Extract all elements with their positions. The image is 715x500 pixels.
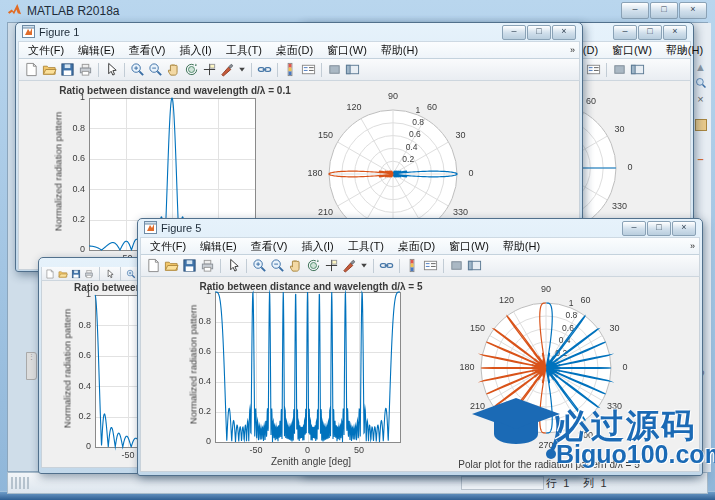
close-icon[interactable]: × (693, 93, 708, 108)
brush-icon[interactable] (219, 61, 236, 78)
save-icon[interactable] (59, 61, 76, 78)
collapsed-panel-tab[interactable]: ⋮ (26, 352, 37, 380)
pan-icon[interactable] (165, 61, 182, 78)
figure1-plot-title: Ratio between distance and wavelength d/… (30, 85, 320, 96)
edit-pointer-icon[interactable] (104, 268, 116, 280)
data-cursor-icon[interactable] (201, 61, 218, 78)
col-label: 列 (583, 476, 594, 491)
figure5-plots-canvas[interactable] (141, 277, 693, 471)
menu-item-6[interactable]: 窗口(W) (320, 43, 374, 58)
menu-item-1[interactable]: 编辑(E) (71, 43, 122, 58)
rotate-3d-icon[interactable] (305, 257, 322, 274)
search-icon[interactable] (693, 77, 708, 92)
zoom-out-icon[interactable] (147, 61, 164, 78)
menu-overflow-icon[interactable]: » (690, 241, 695, 251)
matlab-logo-icon (7, 2, 22, 20)
hide-plot-tools-icon[interactable] (326, 61, 343, 78)
toolbar-separator (373, 259, 374, 273)
menu-item-2[interactable]: 查看(V) (244, 239, 295, 254)
print-icon[interactable] (77, 61, 94, 78)
toolbar-separator (220, 259, 221, 273)
maximize-button[interactable]: □ (650, 2, 678, 19)
figure1-titlebar[interactable]: Figure 1 – □ × (18, 23, 580, 41)
open-file-icon[interactable] (163, 257, 180, 274)
zoom-in-icon[interactable] (129, 61, 146, 78)
caret-down-icon[interactable] (359, 257, 369, 274)
minimize-button[interactable]: – (622, 221, 646, 236)
menu-overflow-icon[interactable]: » (570, 45, 575, 55)
minimize-button[interactable]: – (502, 25, 526, 40)
figure1-ylabel: Normalized radiation pattern (53, 92, 64, 252)
palette-icon[interactable] (693, 119, 708, 134)
print-icon[interactable] (199, 257, 216, 274)
insert-legend-icon[interactable] (585, 61, 602, 78)
caret-down-icon[interactable] (237, 61, 247, 78)
show-plot-tools-dock-icon[interactable] (466, 257, 483, 274)
menu-item-3[interactable]: 插入(I) (294, 239, 340, 254)
new-document-icon[interactable] (145, 257, 162, 274)
toolbar-separator (246, 259, 247, 273)
close-button[interactable]: × (672, 221, 696, 236)
minimize-button[interactable]: – (613, 25, 637, 40)
close-button[interactable]: × (663, 25, 687, 40)
zoom-out-icon[interactable] (269, 257, 286, 274)
maximize-button[interactable]: □ (638, 25, 662, 40)
maximize-button[interactable]: □ (647, 221, 671, 236)
print-icon[interactable] (83, 268, 95, 280)
toolbar-separator (98, 63, 99, 77)
save-icon[interactable] (70, 268, 82, 280)
menu-item-0[interactable]: 文件(F) (21, 43, 71, 58)
zoom-in-icon[interactable] (251, 257, 268, 274)
edit-pointer-icon[interactable] (103, 61, 120, 78)
minimize-icon[interactable]: – (693, 153, 708, 168)
link-plot-icon[interactable] (256, 61, 273, 78)
insert-colorbar-icon[interactable] (282, 61, 299, 78)
zoom-in-icon[interactable] (125, 268, 137, 280)
figure5-window[interactable]: Figure 5 – □ × 文件(F)编辑(E)查看(V)插入(I)工具(T)… (137, 218, 703, 476)
collapse-icon[interactable]: ▲ (693, 61, 708, 76)
figure-icon (144, 221, 157, 236)
main-titlebar[interactable]: MATLAB R2018a – □ × (0, 0, 715, 22)
menu-item-5[interactable]: 桌面(D) (391, 239, 442, 254)
menu-item-2[interactable]: 查看(V) (122, 43, 173, 58)
hide-plot-tools-icon[interactable] (611, 61, 628, 78)
maximize-button[interactable]: □ (527, 25, 551, 40)
menu-item-6[interactable]: 窗口(W) (605, 43, 659, 58)
pan-icon[interactable] (287, 257, 304, 274)
toolbar-separator (443, 259, 444, 273)
minimize-button[interactable]: – (621, 2, 649, 19)
edit-pointer-icon[interactable] (225, 257, 242, 274)
insert-legend-icon[interactable] (300, 61, 317, 78)
insert-legend-icon[interactable] (422, 257, 439, 274)
close-button[interactable]: × (552, 25, 576, 40)
menu-item-5[interactable]: 桌面(D) (269, 43, 320, 58)
menu-item-0[interactable]: 文件(F) (143, 239, 193, 254)
menu-item-4[interactable]: 工具(T) (341, 239, 391, 254)
menu-item-6[interactable]: 窗口(W) (442, 239, 496, 254)
open-file-icon[interactable] (41, 61, 58, 78)
figure5-xlabel: Zenith angle [deg] (201, 456, 421, 467)
open-file-icon[interactable] (57, 268, 69, 280)
menu-item-7[interactable]: 帮助(H) (374, 43, 425, 58)
main-window-title: MATLAB R2018a (27, 4, 120, 18)
link-plot-icon[interactable] (378, 257, 395, 274)
figure5-window-title: Figure 5 (161, 222, 201, 234)
close-button[interactable]: × (679, 2, 707, 19)
figure5-titlebar[interactable]: Figure 5 – □ × (140, 219, 700, 237)
brush-icon[interactable] (341, 257, 358, 274)
menu-item-7[interactable]: 帮助(H) (496, 239, 547, 254)
data-cursor-icon[interactable] (323, 257, 340, 274)
menu-item-3[interactable]: 插入(I) (172, 43, 218, 58)
hide-plot-tools-icon[interactable] (448, 257, 465, 274)
menu-item-1[interactable]: 编辑(E) (193, 239, 244, 254)
menu-item-4[interactable]: 工具(T) (219, 43, 269, 58)
figure5-ylabel: Normalized radiation pattern (188, 285, 199, 445)
new-document-icon[interactable] (23, 61, 40, 78)
new-document-icon[interactable] (44, 268, 56, 280)
show-plot-tools-dock-icon[interactable] (629, 61, 646, 78)
insert-colorbar-icon[interactable] (404, 257, 421, 274)
menu-overflow-icon[interactable]: » (681, 45, 686, 55)
rotate-3d-icon[interactable] (183, 61, 200, 78)
show-plot-tools-dock-icon[interactable] (344, 61, 361, 78)
save-icon[interactable] (181, 257, 198, 274)
